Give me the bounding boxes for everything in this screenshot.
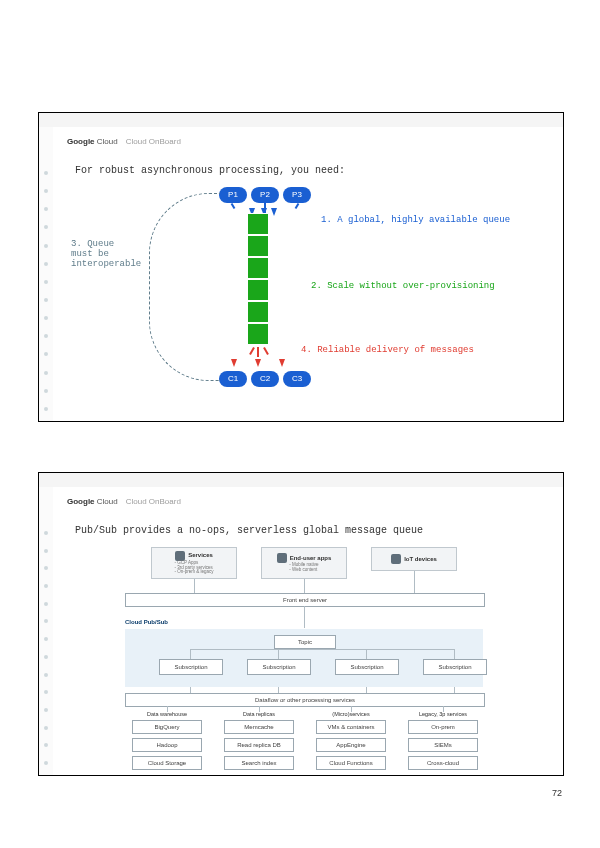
services-card: Services - GCP Apps - 3rd party services… [151, 547, 237, 579]
page-number: 72 [552, 788, 562, 798]
queue [247, 213, 269, 345]
annotation-1: 1. A global, highly available queue [321, 215, 510, 225]
column-microservices: (Micro)services VMs & containers AppEngi… [316, 711, 386, 774]
devices-icon [277, 553, 287, 563]
consumer-c3: C3 [283, 371, 311, 387]
slide1-title: For robust asynchronous processing, you … [75, 165, 345, 176]
consumer-c2: C2 [251, 371, 279, 387]
brand: Google CloudCloud OnBoard [67, 137, 181, 146]
annotation-2: 2. Scale without over-provisioning [311, 281, 495, 291]
producer-p2: P2 [251, 187, 279, 203]
left-gutter [39, 487, 53, 775]
left-gutter [39, 127, 53, 421]
slide2-title: Pub/Sub provides a no-ops, serverless gl… [75, 525, 423, 536]
pubsub-area: Topic Subscription Subscription Subscrip… [125, 629, 483, 687]
topbar [39, 113, 563, 127]
subscription-2: Subscription [247, 659, 311, 675]
pubsub-label: Cloud Pub/Sub [125, 619, 168, 625]
subscription-4: Subscription [423, 659, 487, 675]
subscription-3: Subscription [335, 659, 399, 675]
enduser-card: End-user apps - Mobile native - Web cont… [261, 547, 347, 579]
producer-p3: P3 [283, 187, 311, 203]
annotation-4: 4. Reliable delivery of messages [301, 345, 474, 355]
brand: Google CloudCloud OnBoard [67, 497, 181, 506]
interoperable-curve [149, 193, 220, 381]
slide2-diagram: Services - GCP Apps - 3rd party services… [61, 543, 553, 765]
topic: Topic [274, 635, 336, 649]
dataflow-services: Dataflow or other processing services [125, 693, 485, 707]
subscription-1: Subscription [159, 659, 223, 675]
frontend-server: Front end server [125, 593, 485, 607]
slide-pubsub: Google CloudCloud OnBoard Pub/Sub provid… [38, 472, 564, 776]
topbar [39, 473, 563, 487]
column-datareplicas: Data replicas Memcache Read replica DB S… [224, 711, 294, 774]
annotation-3: 3. Queue must be interoperable [71, 239, 141, 269]
slide-robust-async: Google CloudCloud OnBoard For robust asy… [38, 112, 564, 422]
column-legacy: Legacy, 3p services On-prem SIEMs Cross-… [408, 711, 478, 774]
slide1-diagram: P1 P2 P3 C1 C2 C3 1. [61, 183, 553, 411]
iot-icon [391, 554, 401, 564]
consumer-c1: C1 [219, 371, 247, 387]
producer-p1: P1 [219, 187, 247, 203]
iot-card: IoT devices [371, 547, 457, 571]
column-datawarehouse: Data warehouse BigQuery Hadoop Cloud Sto… [132, 711, 202, 774]
